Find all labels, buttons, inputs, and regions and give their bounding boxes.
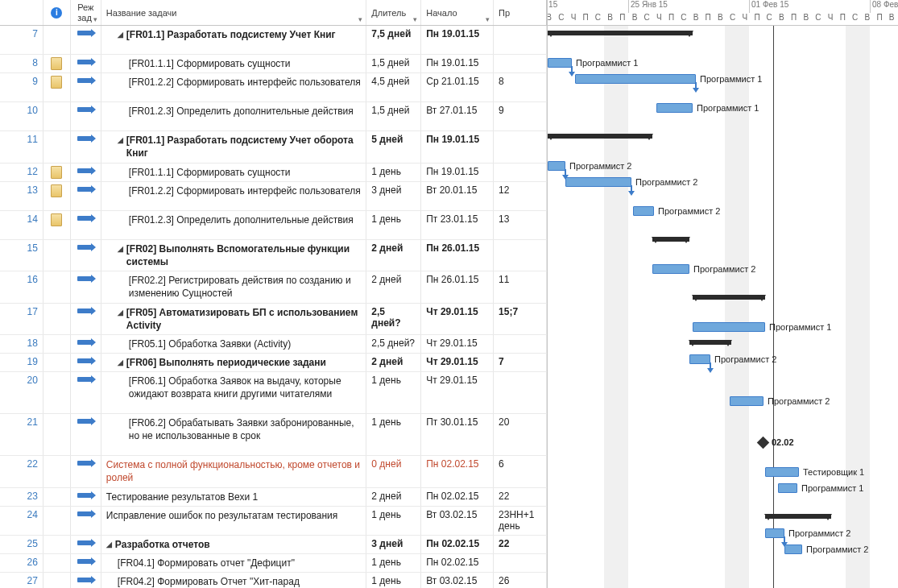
task-row[interactable]: 24Исправление ошибок по результатам тест… — [0, 507, 547, 536]
col-predecessors[interactable]: Пр — [494, 0, 547, 25]
duration-cell[interactable]: 1 день — [366, 372, 421, 413]
pred-cell[interactable]: 22 — [494, 488, 547, 506]
row-number[interactable]: 15 — [0, 240, 43, 271]
collapse-icon[interactable]: ◢ — [118, 358, 123, 367]
milestone-marker[interactable] — [757, 437, 770, 449]
task-row[interactable]: 27[FR04.2] Формировать Отчет "Хит-парад1… — [0, 573, 547, 588]
taskname-cell[interactable]: [FR01.2.3] Определить дополнительные дей… — [101, 211, 366, 239]
start-cell[interactable]: Пн 02.02.15 — [421, 456, 494, 487]
task-bar[interactable]: Программист 1 — [575, 74, 696, 84]
collapse-icon[interactable]: ◢ — [118, 30, 123, 39]
task-row[interactable]: 15◢[FR02] Выполнять Вспомогательные функ… — [0, 240, 547, 271]
row-number[interactable]: 14 — [0, 211, 43, 239]
pred-cell[interactable]: 9 — [494, 102, 547, 130]
row-number[interactable]: 24 — [0, 507, 43, 535]
taskname-cell[interactable]: [FR01.2.3] Определить дополнительные дей… — [101, 102, 366, 130]
row-number[interactable]: 7 — [0, 26, 43, 54]
task-bar[interactable]: Программист 2 — [765, 528, 784, 538]
taskname-cell[interactable]: ◢[FR06] Выполнять периодические задани — [101, 354, 366, 371]
taskname-cell[interactable]: ◢[FR02] Выполнять Вспомогательные функци… — [101, 240, 366, 271]
task-row[interactable]: 12[FR01.1.1] Сформировать сущности1 день… — [0, 164, 547, 182]
start-cell[interactable]: Чт 29.01.15 — [421, 354, 494, 371]
pred-cell[interactable]: 23НН+1 день — [494, 507, 547, 535]
collapse-icon[interactable]: ◢ — [118, 308, 123, 317]
taskname-cell[interactable]: [FR04.1] Формировать отчет "Дефицит" — [101, 554, 366, 572]
task-bar[interactable]: Программист 1 — [656, 103, 693, 113]
task-row[interactable]: 14[FR01.2.3] Определить дополнительные д… — [0, 211, 547, 240]
task-row[interactable]: 26[FR04.1] Формировать отчет "Дефицит"1 … — [0, 554, 547, 573]
taskname-cell[interactable]: Исправление ошибок по результатам тестир… — [101, 507, 366, 535]
duration-cell[interactable]: 2,5 дней? — [366, 304, 421, 334]
taskname-cell[interactable]: [FR02.2] Регистрировать действия по созд… — [101, 271, 366, 302]
row-number[interactable]: 8 — [0, 55, 43, 72]
duration-cell[interactable]: 1 день — [366, 211, 421, 239]
duration-cell[interactable]: 1,5 дней — [366, 55, 421, 72]
start-cell[interactable]: Ср 21.01.15 — [421, 73, 494, 101]
start-cell[interactable]: Пт 30.01.15 — [421, 414, 494, 455]
pred-cell[interactable]: 8 — [494, 73, 547, 101]
pred-cell[interactable]: 6 — [494, 456, 547, 487]
pred-cell[interactable] — [494, 26, 547, 54]
summary-bar[interactable] — [548, 134, 652, 139]
start-cell[interactable]: Пн 02.02.15 — [421, 554, 494, 572]
pred-cell[interactable] — [494, 240, 547, 271]
taskname-cell[interactable]: [FR01.2.2] Сформировать интерфейс пользо… — [101, 182, 366, 210]
start-cell[interactable]: Пн 02.02.15 — [421, 488, 494, 506]
col-start[interactable]: Начало ▾ — [421, 0, 494, 25]
start-cell[interactable]: Пн 26.01.15 — [421, 240, 494, 271]
task-bar[interactable]: Программист 2 — [633, 206, 654, 216]
task-bar[interactable]: Программист 2 — [689, 354, 710, 364]
task-row[interactable]: 16[FR02.2] Регистрировать действия по со… — [0, 271, 547, 303]
taskname-cell[interactable]: ◢Разработка отчетов — [101, 536, 366, 553]
task-row[interactable]: 10[FR01.2.3] Определить дополнительные д… — [0, 102, 547, 131]
task-row[interactable]: 18[FR05.1] Обработка Заявки (Activity)2,… — [0, 335, 547, 354]
pred-cell[interactable]: 22 — [494, 536, 547, 553]
task-row[interactable]: 8[FR01.1.1] Сформировать сущности1,5 дне… — [0, 55, 547, 73]
col-rownum[interactable] — [0, 0, 43, 25]
task-row[interactable]: 13[FR01.2.2] Сформировать интерфейс поль… — [0, 182, 547, 211]
duration-cell[interactable]: 0 дней — [366, 456, 421, 487]
task-row[interactable]: 22Система с полной функциональностью, кр… — [0, 456, 547, 487]
start-cell[interactable]: Чт 29.01.15 — [421, 372, 494, 413]
duration-cell[interactable]: 7,5 дней — [366, 26, 421, 54]
col-taskmode[interactable]: Реж зад ▾ — [71, 0, 101, 25]
collapse-icon[interactable]: ◢ — [118, 244, 123, 254]
duration-cell[interactable]: 2 дней — [366, 271, 421, 302]
duration-cell[interactable]: 2 дней — [366, 354, 421, 371]
row-number[interactable]: 11 — [0, 131, 43, 162]
duration-cell[interactable]: 1 день — [366, 554, 421, 572]
row-number[interactable]: 22 — [0, 456, 43, 487]
duration-cell[interactable]: 3 дней — [366, 182, 421, 210]
task-row[interactable]: 25◢Разработка отчетов3 днейПн 02.02.1522 — [0, 536, 547, 554]
task-bar[interactable]: Тестировщик 1 — [765, 467, 799, 477]
duration-cell[interactable]: 1 день — [366, 414, 421, 455]
row-number[interactable]: 13 — [0, 182, 43, 210]
task-grid[interactable]: i Реж зад ▾ Название задачи ▾ Длитель ▾ … — [0, 0, 548, 588]
duration-cell[interactable]: 1 день — [366, 573, 421, 588]
pred-cell[interactable] — [494, 372, 547, 413]
row-number[interactable]: 16 — [0, 271, 43, 302]
pred-cell[interactable]: 13 — [494, 211, 547, 239]
row-number[interactable]: 27 — [0, 573, 43, 588]
task-bar[interactable]: Программист 2 — [548, 161, 565, 171]
pred-cell[interactable]: 15;7 — [494, 304, 547, 334]
summary-bar[interactable] — [693, 295, 765, 300]
collapse-icon[interactable]: ◢ — [118, 135, 123, 145]
task-row[interactable]: 19◢[FR06] Выполнять периодические задани… — [0, 354, 547, 372]
summary-bar[interactable] — [765, 514, 831, 519]
pred-cell[interactable]: 7 — [494, 354, 547, 371]
pred-cell[interactable]: 26 — [494, 573, 547, 588]
start-cell[interactable]: Пн 02.02.15 — [421, 536, 494, 553]
row-number[interactable]: 19 — [0, 354, 43, 371]
task-row[interactable]: 7◢[FR01.1] Разработать подсистему Учет К… — [0, 26, 547, 55]
summary-bar[interactable] — [652, 237, 689, 242]
duration-cell[interactable]: 2,5 дней? — [366, 335, 421, 353]
task-bar[interactable]: Программист 1 — [693, 322, 765, 332]
pred-cell[interactable] — [494, 131, 547, 162]
row-number[interactable]: 23 — [0, 488, 43, 506]
pred-cell[interactable] — [494, 335, 547, 353]
row-number[interactable]: 9 — [0, 73, 43, 101]
task-bar[interactable]: Программист 1 — [548, 58, 572, 68]
row-number[interactable]: 20 — [0, 372, 43, 413]
duration-cell[interactable]: 5 дней — [366, 131, 421, 162]
